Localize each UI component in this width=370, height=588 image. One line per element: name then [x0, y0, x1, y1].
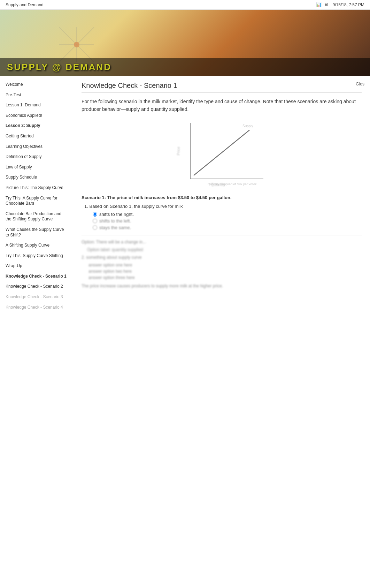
answer-shifts-right-label: shifts to the right. — [99, 212, 134, 217]
sidebar-item-picture-this[interactable]: Picture This: The Supply Curve — [0, 183, 73, 193]
blurred-section-1: Option: There will be a change in... — [82, 239, 362, 245]
sidebar-item-knowledge-check-4: Knowledge Check - Scenario 4 — [0, 302, 73, 313]
blurred-final-text: The price increase causes producers to s… — [82, 284, 223, 288]
graph-container: Quantity Price Supply Quantity Supplied … — [82, 120, 362, 189]
sidebar-item-getting-started[interactable]: Getting Started — [0, 131, 73, 142]
sidebar-item-learning-objectives[interactable]: Learning Objectives — [0, 142, 73, 152]
scenario-label: Scenario 1: The price of milk increases … — [82, 195, 362, 200]
svg-text:Price: Price — [176, 146, 180, 155]
blurred-section-final: The price increase causes producers to s… — [82, 283, 362, 289]
blurred-a3-c: answer option three here — [88, 274, 362, 281]
sidebar-item-economics-applied[interactable]: Economics Applied! — [0, 111, 73, 121]
sidebar-item-try-this-chocolate[interactable]: Try This: A Supply Curve for Chocolate B… — [0, 193, 73, 209]
datetime: 9/15/18, 7:57 PM — [333, 2, 364, 7]
supply-curve-graph: Quantity Price Supply Quantity Supplied … — [173, 120, 270, 189]
question-1-body: Based on Scenario 1, the supply curve fo… — [89, 204, 183, 209]
sidebar: Welcome Pre-Test Lesson 1: Demand Econom… — [0, 76, 73, 316]
sidebar-item-try-this-shifting[interactable]: Try This: Supply Curve Shifting — [0, 251, 73, 261]
question-1-number: 1. — [84, 204, 88, 209]
sidebar-item-pre-test[interactable]: Pre-Test — [0, 90, 73, 100]
blurred-q2-label: Option: There will be a change in... — [82, 240, 146, 244]
blurred-a3-b: answer option two here — [88, 268, 362, 274]
answer-shifts-left-label: shifts to the left. — [99, 218, 131, 224]
answer-option-b[interactable]: stays the same. — [93, 225, 362, 230]
svg-text:Quantity Supplied of Milk per : Quantity Supplied of Milk per Week — [208, 182, 257, 186]
app-title: Supply and Demand — [6, 2, 44, 7]
ei-icon[interactable]: EI — [324, 2, 328, 7]
banner-overlay: SUPPLY @ DEMAND — [0, 58, 370, 76]
answer-stays-same-label: stays the same. — [99, 225, 131, 230]
main-layout: Welcome Pre-Test Lesson 1: Demand Econom… — [0, 76, 370, 316]
svg-text:Supply: Supply — [242, 124, 253, 128]
radio-shifts-right[interactable] — [93, 212, 97, 217]
blurred-section-3: 2. something about supply curve answer o… — [82, 254, 362, 281]
blurred-q2-sub: Option label: quantity supplied — [87, 247, 143, 252]
top-bar: Supply and Demand 📊 EI 9/15/18, 7:57 PM — [0, 0, 370, 10]
sidebar-item-definition-supply[interactable]: Definition of Supply — [0, 152, 73, 162]
svg-line-7 — [194, 130, 249, 175]
banner-title: SUPPLY @ DEMAND — [7, 62, 363, 73]
blurred-q3-label: 2. something about supply curve — [82, 254, 362, 261]
answer-option-a[interactable]: shifts to the left. — [93, 218, 362, 224]
question-1-text: 1. Based on Scenario 1, the supply curve… — [84, 204, 362, 209]
question-1-block: 1. Based on Scenario 1, the supply curve… — [82, 204, 362, 230]
sidebar-item-knowledge-check-1[interactable]: Knowledge Check - Scenario 1 — [0, 271, 73, 282]
sidebar-item-lesson2-supply[interactable]: Lesson 2: Supply — [0, 121, 73, 131]
sidebar-item-what-causes-shift[interactable]: What Causes the Supply Curve to Shift? — [0, 225, 73, 240]
radio-shifts-left[interactable] — [93, 219, 97, 223]
top-right-icons: 📊 EI — [316, 2, 328, 7]
sidebar-item-a-shifting-supply-curve[interactable]: A Shifting Supply Curve — [0, 240, 73, 251]
sidebar-item-law-of-supply[interactable]: Law of Supply — [0, 162, 73, 173]
blurred-section-2: Option label: quantity supplied — [87, 247, 362, 252]
intro-text: For the following scenario in the milk m… — [82, 98, 362, 113]
answer-correct[interactable]: shifts to the right. — [93, 212, 362, 217]
sidebar-item-supply-schedule[interactable]: Supply Schedule — [0, 172, 73, 183]
chart-icon[interactable]: 📊 — [316, 2, 322, 7]
banner: SUPPLY @ DEMAND — [0, 10, 370, 76]
sidebar-item-welcome[interactable]: Welcome — [0, 80, 73, 90]
sidebar-item-wrap-up[interactable]: Wrap-Up — [0, 261, 73, 271]
divider-1 — [82, 235, 362, 235]
glos-link[interactable]: Glos — [356, 82, 364, 86]
sidebar-item-lesson1[interactable]: Lesson 1: Demand — [0, 100, 73, 111]
sidebar-item-knowledge-check-3: Knowledge Check - Scenario 3 — [0, 292, 73, 302]
sidebar-item-chocolate-bar-shifting[interactable]: Chocolate Bar Production and the Shiftin… — [0, 209, 73, 225]
radio-stays-same[interactable] — [93, 225, 97, 230]
svg-point-4 — [74, 42, 79, 47]
page-title: Knowledge Check - Scenario 1 — [82, 82, 362, 93]
sidebar-item-knowledge-check-2[interactable]: Knowledge Check - Scenario 2 — [0, 281, 73, 292]
content-area: Glos Knowledge Check - Scenario 1 For th… — [73, 76, 370, 316]
blurred-a3-a: answer option one here — [88, 262, 362, 268]
